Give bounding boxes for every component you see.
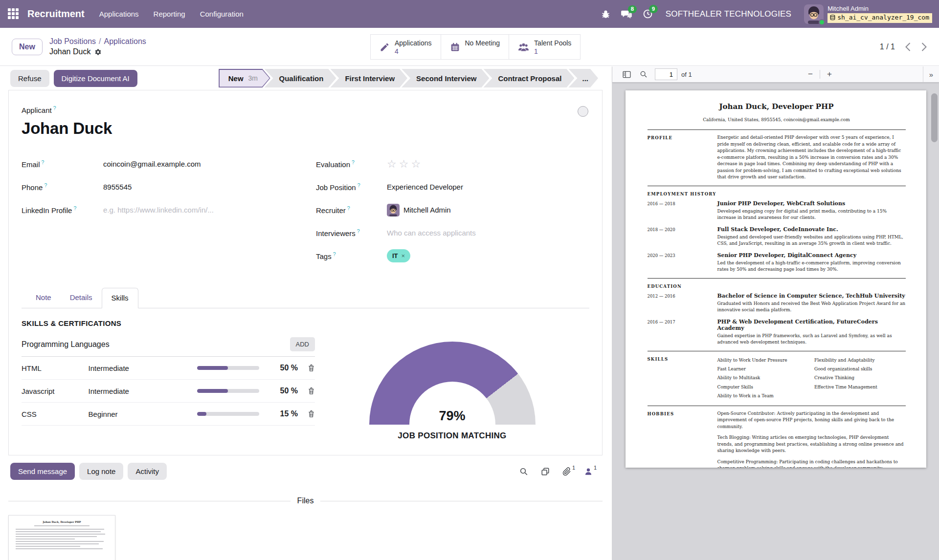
pdf-scrollbar-thumb[interactable] (931, 93, 938, 142)
resume-skill: Computer Skills (717, 383, 809, 391)
email-row: Email? coincoin@gmail.example.com (22, 152, 316, 175)
pager-previous-icon[interactable] (905, 42, 911, 52)
menu-applications[interactable]: Applications (99, 10, 139, 18)
pdf-canvas: Johan Duck, Developer PHP California, Un… (612, 83, 939, 560)
search-messages-icon[interactable] (519, 467, 528, 476)
pager-next-icon[interactable] (921, 42, 927, 52)
help-icon[interactable]: ? (358, 182, 360, 188)
help-icon[interactable]: ? (44, 182, 47, 188)
form-sheet: Applicant? Johan Duck Email? coincoin@gm… (8, 90, 603, 455)
stage-first-interview[interactable]: First Interview (330, 69, 407, 87)
interviewers-row: Interviewers? (316, 221, 589, 244)
tag-remove-icon[interactable]: × (402, 252, 405, 259)
trash-icon[interactable] (308, 387, 315, 395)
pdf-page-input[interactable] (655, 68, 677, 80)
evaluation-label: Evaluation? (316, 159, 387, 169)
tab-details[interactable]: Details (61, 288, 102, 308)
phone-value[interactable]: 8955545 (103, 183, 132, 191)
star-icon[interactable]: ☆ (399, 158, 411, 170)
zoom-in-icon[interactable]: + (820, 69, 839, 79)
app-name[interactable]: Recruitment (27, 8, 85, 20)
help-icon[interactable]: ? (333, 251, 336, 257)
notebook-tabs: Note Details Skills (22, 288, 589, 308)
stage-contract-proposal[interactable]: Contract Proposal (483, 69, 574, 87)
applicant-name[interactable]: Johan Duck (22, 119, 589, 138)
digitize-document-ai-button[interactable]: Digitize Document AI (54, 70, 137, 87)
skill-row-html[interactable]: HTML Intermediate 50 % (22, 357, 315, 380)
log-note-button[interactable]: Log note (79, 463, 123, 480)
skill-name: CSS (22, 410, 89, 418)
refuse-button[interactable]: Refuse (10, 70, 49, 87)
main-menu: Applications Reporting Configuration (99, 10, 244, 18)
recruiter-value[interactable]: Mitchell Admin (387, 204, 451, 216)
smart-button-applications[interactable]: Applications 4 (371, 35, 441, 59)
trash-icon[interactable] (308, 410, 315, 418)
skill-level: Intermediate (89, 387, 198, 395)
tab-note[interactable]: Note (26, 288, 61, 308)
tags-row: Tags? IT × (316, 244, 589, 267)
send-message-button[interactable]: Send message (10, 463, 75, 480)
help-icon[interactable]: ? (42, 159, 45, 165)
star-icon[interactable]: ☆ (387, 158, 399, 170)
help-icon[interactable]: ? (352, 159, 355, 165)
user-menu[interactable]: Mitchell Admin sh_ai_cv_analyzer_19_com (804, 4, 932, 24)
resume-section-label: EDUCATION (648, 283, 906, 289)
help-icon[interactable]: ? (53, 105, 56, 111)
tags-label: Tags? (316, 251, 387, 260)
resume-skill: Creative Thinking (814, 373, 906, 382)
followers-icon[interactable]: 1 (584, 467, 593, 476)
stage-new[interactable]: New 3m (219, 69, 270, 87)
interviewers-input[interactable] (387, 229, 589, 237)
trash-icon[interactable] (308, 364, 315, 372)
messages-icon[interactable]: 8 (621, 9, 632, 19)
stage-qualification[interactable]: Qualification (265, 69, 336, 87)
evaluation-stars[interactable]: ☆☆☆ (387, 158, 423, 171)
pdf-search-icon[interactable] (635, 70, 652, 78)
file-thumbnail-line (16, 531, 101, 532)
stage-second-interview[interactable]: Second Interview (402, 69, 489, 87)
resume-item-title: PHP & Web Development Certification, Fut… (717, 319, 906, 331)
file-thumbnail[interactable]: Johan Duck, Developer PHP (8, 515, 115, 560)
breadcrumb-applications[interactable]: Applications (104, 37, 146, 45)
linkedin-input[interactable] (103, 206, 316, 214)
pdf-viewer: of 1 − + » Johan Duck, Developer PHP Cal… (612, 66, 939, 560)
company-name[interactable]: SOFTHEALER TECHNOLOGIES (666, 9, 791, 19)
activity-button[interactable]: Activity (128, 463, 167, 480)
tag-it[interactable]: IT × (387, 249, 410, 262)
smart-button-talent-pools[interactable]: Talent Pools 1 (509, 35, 580, 59)
attachment-count: 1 (572, 465, 575, 471)
stage-duration-badge: 3m (248, 74, 258, 82)
apps-menu-icon[interactable] (8, 8, 20, 20)
resume-hobby: Tech Blogging: Writing articles on emerg… (717, 434, 906, 454)
file-thumbnail-line (34, 525, 89, 526)
kanban-state-circle[interactable] (578, 106, 588, 117)
activities-clock-icon[interactable]: 9 (643, 9, 653, 19)
menu-configuration[interactable]: Configuration (200, 10, 244, 18)
expand-panel-icon[interactable] (541, 467, 550, 476)
smart-button-meeting[interactable]: No Meeting (441, 35, 509, 59)
breadcrumb-job-positions[interactable]: Job Positions (49, 37, 96, 45)
new-button[interactable]: New (12, 39, 43, 55)
resume-item-text: Designed and developed user-friendly web… (717, 234, 906, 247)
add-skill-button[interactable]: ADD (290, 337, 315, 351)
help-icon[interactable]: ? (357, 228, 360, 234)
email-value[interactable]: coincoin@gmail.example.com (103, 160, 201, 168)
attachments-paperclip-icon[interactable]: 1 (562, 467, 571, 476)
star-icon[interactable]: ☆ (411, 158, 423, 170)
people-icon (518, 42, 529, 52)
pdf-sidebar-toggle-icon[interactable] (618, 71, 635, 78)
help-icon[interactable]: ? (73, 205, 76, 211)
skill-row-javascript[interactable]: Javascript Intermediate 50 % (22, 380, 315, 403)
help-icon[interactable]: ? (347, 205, 350, 211)
resume-item-dates: 2016 — 2018 (648, 200, 713, 226)
gear-icon[interactable] (94, 48, 102, 56)
zoom-out-icon[interactable]: − (801, 69, 820, 79)
menu-reporting[interactable]: Reporting (154, 10, 185, 18)
toolbar-more-icon[interactable]: » (923, 66, 939, 82)
tab-skills[interactable]: Skills (102, 288, 138, 308)
resume-hobbies-section: HOBBIES Open-Source Contributor: Activel… (648, 406, 906, 468)
debug-bug-icon[interactable] (601, 9, 610, 19)
job-position-value[interactable]: Experienced Developer (387, 183, 463, 191)
job-matching-widget: 79% JOB POSITION MATCHING (315, 342, 589, 441)
skill-row-css[interactable]: CSS Beginner 15 % (22, 403, 315, 426)
